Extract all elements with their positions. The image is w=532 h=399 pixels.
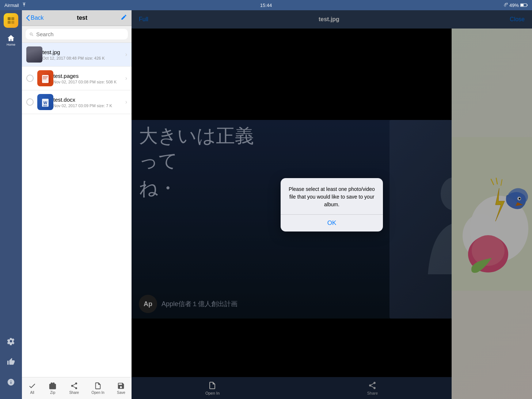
dialog-message: Please select at least one photo/video f… xyxy=(288,185,376,208)
home-label: Home xyxy=(7,43,15,46)
battery-label: 49% xyxy=(509,3,519,8)
chevron-right-icon: › xyxy=(125,51,127,58)
file-meta-docx: Nov 02, 2017 03:09 PM size: 7 K xyxy=(53,103,125,108)
panel-title: test xyxy=(77,15,87,21)
sidebar-item-settings[interactable] xyxy=(3,333,19,349)
file-name-jpg: test.jpg xyxy=(42,49,125,55)
alert-dialog: Please select at least one photo/video f… xyxy=(281,178,383,232)
file-name-docx: test.docx xyxy=(53,97,125,103)
all-label: All xyxy=(30,391,34,395)
file-info-jpg: test.jpg Oct 12, 2017 08:48 PM size: 426… xyxy=(42,49,125,60)
search-icon xyxy=(29,32,34,37)
main-content: Full test.jpg Close 大きいは正義 って ね・ xyxy=(132,10,532,399)
file-info-pages: test.pages Nov 02, 2017 03:08 PM size: 5… xyxy=(53,73,125,84)
dialog-body: Please select at least one photo/video f… xyxy=(281,178,383,214)
svg-rect-3 xyxy=(8,17,11,20)
file-item-docx[interactable]: W DOC test.docx Nov 02, 2017 03:09 PM si… xyxy=(22,90,132,114)
save-button[interactable]: Save xyxy=(117,382,125,395)
zip-button[interactable]: Zip xyxy=(49,382,57,395)
file-meta-pages: Nov 02, 2017 03:08 PM size: 508 K xyxy=(53,80,125,84)
sidebar-item-info[interactable] xyxy=(3,374,19,390)
search-bar xyxy=(22,26,132,43)
dialog-actions: OK xyxy=(281,215,383,232)
save-label: Save xyxy=(117,391,125,395)
file-info-docx: test.docx Nov 02, 2017 03:09 PM size: 7 … xyxy=(53,97,125,108)
all-button[interactable]: All xyxy=(28,382,36,395)
svg-rect-9 xyxy=(43,76,48,77)
back-button[interactable]: Back xyxy=(26,15,44,21)
dialog-ok-button[interactable]: OK xyxy=(281,215,383,232)
airmail-label: Airmail xyxy=(4,3,19,8)
open-in-button-panel[interactable]: Open In xyxy=(91,382,104,395)
battery-icon xyxy=(520,3,528,8)
file-panel-header: Back test xyxy=(22,10,132,26)
sidebar-item-home[interactable]: Home xyxy=(3,32,19,48)
svg-rect-2 xyxy=(521,4,524,6)
svg-rect-6 xyxy=(11,21,14,24)
open-in-label-panel: Open In xyxy=(91,391,104,395)
search-input[interactable] xyxy=(36,31,124,37)
status-bar: Airmail 15:44 ⮶ 49% xyxy=(0,0,532,10)
file-meta-jpg: Oct 12, 2017 08:48 PM size: 426 K xyxy=(42,56,125,60)
app-icon[interactable] xyxy=(4,13,18,28)
svg-rect-11 xyxy=(43,79,46,79)
status-bar-left: Airmail xyxy=(4,3,27,8)
file-panel: Back test test.jpg Oct 12, 2017 08:48 PM… xyxy=(22,10,132,399)
pages-icon: Pages xyxy=(37,70,53,86)
svg-rect-10 xyxy=(43,78,47,78)
file-item-pages[interactable]: Pages test.pages Nov 02, 2017 03:08 PM s… xyxy=(22,67,132,90)
svg-rect-1 xyxy=(527,4,528,5)
jpg-thumbnail xyxy=(26,46,42,63)
left-sidebar: Home xyxy=(0,10,22,399)
file-radio-pages[interactable] xyxy=(26,75,34,82)
share-button-panel[interactable]: Share xyxy=(69,382,79,395)
file-name-pages: test.pages xyxy=(53,73,125,79)
sidebar-item-thumbsup[interactable] xyxy=(3,354,19,370)
chevron-right-icon-pages: › xyxy=(125,75,127,82)
svg-text:DOC: DOC xyxy=(43,105,48,107)
bluetooth-icon: ⮶ xyxy=(503,3,508,8)
word-icon: W DOC xyxy=(37,94,53,110)
edit-button[interactable] xyxy=(121,14,127,22)
file-list: test.jpg Oct 12, 2017 08:48 PM size: 426… xyxy=(22,43,132,377)
dialog-overlay: Please select at least one photo/video f… xyxy=(132,10,532,399)
svg-rect-4 xyxy=(11,17,14,20)
file-radio-docx[interactable] xyxy=(26,98,34,106)
back-label: Back xyxy=(31,15,44,21)
zip-label: Zip xyxy=(50,391,55,395)
file-panel-toolbar: All Zip Share Open In Save xyxy=(22,377,132,399)
chevron-right-icon-docx: › xyxy=(125,99,127,105)
share-label-panel: Share xyxy=(69,391,79,395)
wifi-icon xyxy=(21,3,27,8)
svg-text:Pages: Pages xyxy=(42,81,49,83)
status-time: 15:44 xyxy=(260,3,272,8)
svg-rect-5 xyxy=(8,21,11,24)
status-bar-right: ⮶ 49% xyxy=(503,3,528,8)
sidebar-bottom xyxy=(3,333,19,392)
file-item-jpg[interactable]: test.jpg Oct 12, 2017 08:48 PM size: 426… xyxy=(22,43,132,67)
search-input-wrap xyxy=(26,29,128,39)
